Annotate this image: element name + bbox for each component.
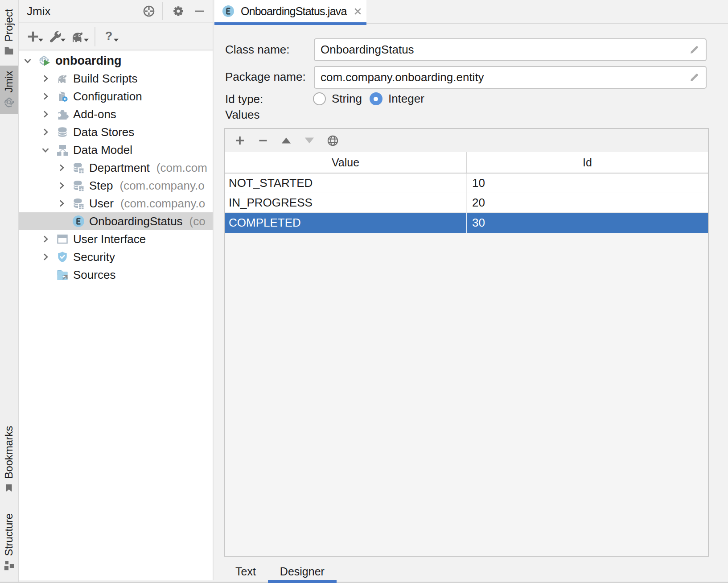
security-icon bbox=[56, 251, 69, 263]
move-up-button[interactable] bbox=[276, 131, 296, 150]
class-name-label: Class name: bbox=[225, 43, 290, 57]
tree-row-onboarding[interactable]: onboarding bbox=[19, 52, 213, 70]
dropdown-arrow-icon bbox=[38, 38, 44, 42]
enum-icon bbox=[222, 5, 234, 17]
toolwindow-stripe: Project Jmix Bookmarks Structure bbox=[0, 0, 19, 583]
tree-row-step[interactable]: Step (com.company.o bbox=[19, 177, 213, 194]
tree-row-add-ons[interactable]: Add-ons bbox=[19, 105, 213, 123]
chevron-right-icon[interactable] bbox=[40, 234, 51, 244]
id-cell[interactable]: 30 bbox=[467, 213, 708, 233]
tree-row-department[interactable]: Department (com.com bbox=[19, 159, 213, 177]
folder-icon bbox=[3, 45, 15, 57]
chevron-slot bbox=[40, 91, 51, 102]
id-cell[interactable]: 10 bbox=[467, 174, 708, 193]
stripe-tab-structure[interactable]: Structure bbox=[0, 508, 18, 578]
gradle-elephant-icon bbox=[70, 29, 85, 44]
chevron-right-icon[interactable] bbox=[40, 109, 51, 120]
id-type-radio-string[interactable]: String bbox=[313, 92, 362, 106]
values-row-completed[interactable]: COMPLETED 30 bbox=[225, 213, 708, 233]
gradle-el-icon bbox=[56, 72, 69, 85]
tree-row-label: Department bbox=[89, 161, 150, 175]
chevron-right-icon[interactable] bbox=[40, 73, 51, 84]
tree-row-label: Configuration bbox=[73, 90, 142, 103]
column-header-id[interactable]: Id bbox=[467, 152, 708, 173]
tree-row-user-interface[interactable]: User Interface bbox=[19, 230, 213, 248]
jmix-icon bbox=[3, 96, 15, 108]
tree-row-data-stores[interactable]: Data Stores bbox=[19, 123, 213, 141]
id-type-radio-integer[interactable]: Integer bbox=[370, 92, 424, 106]
chevron-slot bbox=[40, 252, 51, 262]
tree-row-package-hint: (com.company.o bbox=[120, 179, 205, 193]
chevron-slot bbox=[40, 234, 51, 244]
tree-row-sources[interactable]: Sources bbox=[19, 266, 213, 284]
tree-row-onboardingstatus[interactable]: OnboardingStatus (co bbox=[19, 212, 213, 230]
stripe-tab-project[interactable]: Project bbox=[0, 4, 18, 63]
gear-icon bbox=[172, 5, 185, 17]
jmix-run-icon bbox=[38, 54, 51, 67]
column-header-value[interactable]: Value bbox=[225, 152, 467, 173]
globe-icon bbox=[327, 135, 339, 147]
move-down-button[interactable] bbox=[300, 131, 319, 150]
gradle-button[interactable] bbox=[70, 26, 89, 47]
tree-row-build-scripts[interactable]: Build Scripts bbox=[19, 70, 213, 87]
localization-globe-button[interactable] bbox=[323, 131, 342, 150]
tree-row-security[interactable]: Security bbox=[19, 248, 213, 266]
entity-icon bbox=[72, 179, 85, 192]
settings-button[interactable] bbox=[172, 5, 185, 17]
remove-value-button[interactable] bbox=[253, 131, 273, 150]
chevron-right-icon[interactable] bbox=[56, 198, 67, 209]
tree-row-user[interactable]: User (com.company.o bbox=[19, 194, 213, 212]
values-row-not_started[interactable]: NOT_STARTED 10 bbox=[225, 174, 708, 193]
view-tab-designer[interactable]: Designer bbox=[268, 561, 337, 582]
value-cell[interactable]: NOT_STARTED bbox=[225, 174, 467, 193]
stripe-tab-jmix[interactable]: Jmix bbox=[0, 66, 18, 114]
minimize-icon bbox=[193, 5, 206, 17]
edit-button[interactable] bbox=[688, 71, 700, 84]
tree-row-data-model[interactable]: Data Model bbox=[19, 141, 213, 159]
dropdown-arrow-icon bbox=[60, 38, 66, 42]
chevron-slot bbox=[22, 55, 33, 66]
editor-view-tabs: Text Designer bbox=[223, 561, 337, 582]
structure-icon bbox=[3, 560, 15, 571]
chevron-down-icon[interactable] bbox=[40, 145, 51, 155]
tree-row-label: User bbox=[89, 197, 114, 211]
chevron-right-icon[interactable] bbox=[56, 180, 67, 191]
values-table-header: Value Id bbox=[225, 152, 708, 174]
value-cell[interactable]: IN_PROGRESS bbox=[225, 193, 467, 212]
selected-tab-underline bbox=[268, 580, 337, 583]
chevron-down-icon[interactable] bbox=[22, 55, 33, 66]
tree-row-configuration[interactable]: Configuration bbox=[19, 87, 213, 105]
tree-row-label: Security bbox=[73, 250, 115, 264]
setup-button[interactable] bbox=[47, 26, 67, 47]
stripe-tab-bookmarks[interactable]: Bookmarks bbox=[0, 421, 18, 500]
help-button[interactable] bbox=[101, 26, 120, 47]
tree-row-label: Add-ons bbox=[73, 108, 116, 121]
add-value-button[interactable] bbox=[230, 131, 250, 150]
edit-button[interactable] bbox=[688, 44, 700, 56]
locate-button[interactable] bbox=[143, 5, 155, 17]
view-tab-text[interactable]: Text bbox=[223, 561, 268, 582]
view-tab-label: Designer bbox=[280, 565, 325, 578]
jmix-toolwindow: Jmix bbox=[19, 0, 214, 580]
values-row-in_progress[interactable]: IN_PROGRESS 20 bbox=[225, 193, 708, 213]
close-tab-button[interactable] bbox=[352, 6, 363, 17]
add-button[interactable] bbox=[25, 26, 45, 47]
entity-icon bbox=[72, 197, 85, 210]
ui-icon bbox=[56, 233, 69, 245]
chevron-right-icon[interactable] bbox=[40, 252, 51, 262]
id-cell[interactable]: 20 bbox=[467, 193, 708, 212]
radio-icon bbox=[313, 92, 326, 105]
value-cell[interactable]: COMPLETED bbox=[225, 213, 467, 233]
package-name-field[interactable]: com.company.onboarding.entity bbox=[314, 66, 707, 89]
chevron-right-icon[interactable] bbox=[40, 127, 51, 137]
addon-icon bbox=[56, 108, 69, 120]
class-name-field[interactable]: OnboardingStatus bbox=[314, 38, 707, 61]
chevron-right-icon[interactable] bbox=[56, 162, 67, 173]
chevron-slot bbox=[56, 216, 67, 227]
view-tab-label: Text bbox=[235, 565, 256, 578]
editor-tab-onboardingstatus[interactable]: OnboardingStatus.java bbox=[214, 0, 366, 22]
values-toolbar bbox=[225, 129, 708, 152]
chevron-right-icon[interactable] bbox=[40, 91, 51, 102]
hide-toolwindow-button[interactable] bbox=[193, 5, 206, 17]
class-name-value: OnboardingStatus bbox=[321, 43, 414, 57]
